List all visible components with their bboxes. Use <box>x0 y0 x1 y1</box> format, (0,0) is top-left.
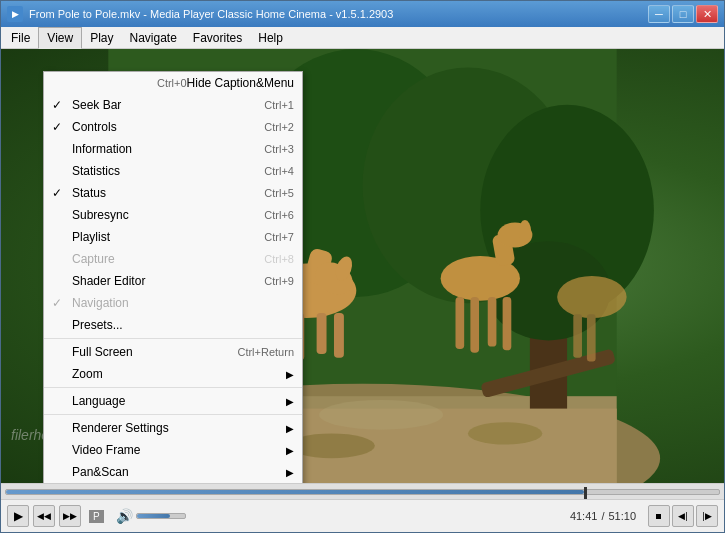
app-icon: ▶ <box>7 6 23 22</box>
file-indicator: P <box>89 510 104 522</box>
menu-item-playlist[interactable]: Playlist Ctrl+7 <box>44 226 302 248</box>
main-window: ▶ From Pole to Pole.mkv - Media Player C… <box>0 0 725 533</box>
menu-item-controls[interactable]: ✓ Controls Ctrl+2 <box>44 116 302 138</box>
svg-rect-18 <box>334 313 344 358</box>
seek-thumb <box>584 487 587 499</box>
menu-bar: File View Play Navigate Favorites Help <box>1 27 724 49</box>
menu-help[interactable]: Help <box>250 27 291 49</box>
title-bar: ▶ From Pole to Pole.mkv - Media Player C… <box>1 1 724 27</box>
menu-item-statistics[interactable]: Statistics Ctrl+4 <box>44 160 302 182</box>
next-frame-button[interactable]: ▶▶ <box>59 505 81 527</box>
menu-item-full-screen[interactable]: Full Screen Ctrl+Return <box>44 341 302 363</box>
play-button[interactable]: ▶ <box>7 505 29 527</box>
minimize-button[interactable]: ─ <box>648 5 670 23</box>
playback-controls-right: ⏹ ◀| |▶ <box>648 505 718 527</box>
menu-item-video-frame[interactable]: Video Frame ▶ <box>44 439 302 461</box>
menu-file[interactable]: File <box>3 27 38 49</box>
main-content: filerhorse.com Ctrl+0 Hide Caption&Menu … <box>1 49 724 532</box>
separator-1 <box>44 338 302 339</box>
volume-area: 🔊 <box>116 508 186 524</box>
bottom-controls: ▶ ◀◀ ▶▶ P 🔊 41:41 / 51:10 <box>1 483 724 532</box>
separator-3 <box>44 414 302 415</box>
video-area: filerhorse.com Ctrl+0 Hide Caption&Menu … <box>1 49 724 483</box>
seek-progress <box>6 490 584 494</box>
menu-play[interactable]: Play <box>82 27 121 49</box>
menu-item-hide-caption[interactable]: Ctrl+0 Hide Caption&Menu <box>44 72 302 94</box>
svg-rect-26 <box>488 297 497 347</box>
prev-frame-button[interactable]: ◀◀ <box>33 505 55 527</box>
stop-button[interactable]: ⏹ <box>648 505 670 527</box>
maximize-button[interactable]: □ <box>672 5 694 23</box>
menu-item-shader-editor[interactable]: Shader Editor Ctrl+9 <box>44 270 302 292</box>
menu-item-status[interactable]: ✓ Status Ctrl+5 <box>44 182 302 204</box>
menu-view[interactable]: View <box>38 27 82 49</box>
menu-item-capture: Capture Ctrl+8 <box>44 248 302 270</box>
svg-point-28 <box>519 220 531 242</box>
seek-bar-area <box>1 484 724 500</box>
menu-item-pan-scan[interactable]: Pan&Scan ▶ <box>44 461 302 483</box>
separator-2 <box>44 387 302 388</box>
svg-rect-38 <box>587 314 596 361</box>
svg-rect-27 <box>503 297 512 350</box>
menu-navigate[interactable]: Navigate <box>121 27 184 49</box>
menu-item-language[interactable]: Language ▶ <box>44 390 302 412</box>
volume-icon: 🔊 <box>116 508 133 524</box>
svg-rect-17 <box>317 313 327 354</box>
volume-level <box>137 514 171 518</box>
controls-bar: ▶ ◀◀ ▶▶ P 🔊 41:41 / 51:10 <box>1 500 724 532</box>
svg-point-42 <box>319 400 443 430</box>
svg-rect-24 <box>456 297 465 349</box>
menu-item-information[interactable]: Information Ctrl+3 <box>44 138 302 160</box>
svg-rect-37 <box>573 314 582 357</box>
menu-item-navigation: ✓ Navigation <box>44 292 302 314</box>
close-button[interactable]: ✕ <box>696 5 718 23</box>
seek-bar[interactable] <box>5 489 720 495</box>
frame-back-button[interactable]: ◀| <box>672 505 694 527</box>
svg-rect-25 <box>470 297 479 353</box>
window-title: From Pole to Pole.mkv - Media Player Cla… <box>29 8 642 20</box>
volume-bar[interactable] <box>136 513 186 519</box>
menu-favorites[interactable]: Favorites <box>185 27 250 49</box>
svg-point-36 <box>557 276 626 318</box>
frame-forward-button[interactable]: |▶ <box>696 505 718 527</box>
menu-item-zoom[interactable]: Zoom ▶ <box>44 363 302 385</box>
view-dropdown-menu: Ctrl+0 Hide Caption&Menu ✓ Seek Bar Ctrl… <box>43 71 303 483</box>
menu-item-subresync[interactable]: Subresync Ctrl+6 <box>44 204 302 226</box>
menu-item-renderer-settings[interactable]: Renderer Settings ▶ <box>44 417 302 439</box>
menu-item-presets[interactable]: Presets... <box>44 314 302 336</box>
svg-point-41 <box>468 422 542 444</box>
time-display: 41:41 / 51:10 <box>570 510 636 522</box>
menu-item-seek-bar[interactable]: ✓ Seek Bar Ctrl+1 <box>44 94 302 116</box>
window-controls: ─ □ ✕ <box>648 5 718 23</box>
